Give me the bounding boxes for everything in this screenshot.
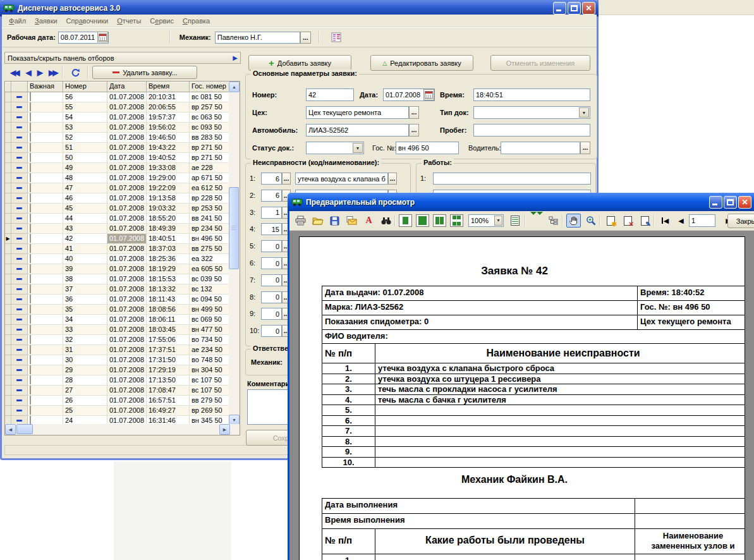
zoom-tool-button[interactable]	[583, 214, 598, 228]
collapse-row-icon[interactable]	[16, 359, 22, 361]
table-row[interactable]: 3901.07.200818:19:29еа 605 50	[5, 264, 230, 274]
cancel-changes-button[interactable]: Отменить изменения	[490, 55, 590, 71]
collapse-row-icon[interactable]	[16, 329, 22, 331]
close-preview-button[interactable]: Закрыть	[727, 214, 754, 228]
collapse-row-icon[interactable]	[16, 147, 22, 149]
collapse-row-icon[interactable]	[16, 288, 22, 290]
menu-item[interactable]: Файл	[4, 16, 30, 26]
collapse-row-icon[interactable]	[16, 268, 22, 270]
table-row[interactable]: 2801.07.200817:13:50вс 107 50	[5, 375, 230, 386]
important-checkbox[interactable]	[30, 406, 31, 415]
table-row[interactable]: ▶4201.07.200818:40:51вн 496 50	[5, 234, 230, 244]
prev-page-button[interactable]: ◀	[674, 214, 688, 228]
table-row[interactable]: 3101.07.200817:37:51ае 234 50	[5, 345, 230, 355]
scroll-right-button[interactable]: ▶	[219, 424, 230, 435]
mileage-input[interactable]	[473, 124, 590, 137]
status-combo[interactable]: ▼	[306, 142, 364, 154]
collapse-row-icon[interactable]	[16, 217, 22, 219]
zoom-select[interactable]: 100% ▼	[468, 214, 504, 227]
table-row[interactable]: 4801.07.200819:29:00ар 671 50	[5, 173, 230, 183]
scroll-left-button[interactable]: ◀	[5, 424, 16, 435]
table-row[interactable]: 3401.07.200818:06:11вс 069 50	[5, 315, 230, 325]
collapse-row-icon[interactable]	[16, 369, 22, 371]
table-row[interactable]: 3701.07.200818:13:32вс 132	[5, 284, 230, 295]
add-page-button[interactable]: ✱	[604, 214, 618, 228]
collapse-row-icon[interactable]	[16, 197, 22, 199]
collapse-row-icon[interactable]	[16, 399, 22, 401]
table-row[interactable]: 4701.07.200819:22:09еа 612 50	[5, 183, 230, 193]
collapse-row-icon[interactable]	[16, 167, 22, 169]
view-two-pages-button[interactable]	[432, 214, 447, 228]
important-checkbox[interactable]	[30, 355, 31, 364]
collapse-row-icon[interactable]	[16, 238, 22, 240]
collapse-row-icon[interactable]	[16, 157, 22, 159]
open-button[interactable]	[310, 214, 325, 228]
minimize-button[interactable]	[709, 196, 722, 209]
last-record-button[interactable]: ▶▶	[47, 68, 58, 77]
table-row[interactable]: 4601.07.200819:13:58вр 228 50	[5, 193, 230, 204]
fault-code-input[interactable]	[261, 308, 282, 320]
first-page-button[interactable]: ◀	[658, 214, 672, 228]
important-checkbox[interactable]	[30, 315, 31, 324]
dropdown-arrow-icon[interactable]: ▼	[494, 216, 502, 226]
collapse-row-icon[interactable]	[16, 126, 22, 128]
important-checkbox[interactable]	[30, 416, 31, 425]
work-input[interactable]	[433, 173, 591, 185]
close-button[interactable]: ✕	[738, 196, 751, 209]
filter-panel-toggle[interactable]: Показать/скрыть панель отборов ▶	[4, 52, 241, 64]
mechanic-input[interactable]	[215, 32, 300, 44]
important-checkbox[interactable]	[30, 365, 31, 374]
important-checkbox[interactable]	[30, 284, 31, 293]
close-button[interactable]: ✕	[582, 2, 595, 15]
table-row[interactable]: 2501.07.200816:49:27вр 269 50	[5, 406, 230, 416]
collapse-row-icon[interactable]	[16, 389, 22, 391]
important-checkbox[interactable]	[30, 295, 31, 303]
shop-input[interactable]	[306, 106, 409, 119]
important-checkbox[interactable]	[30, 193, 31, 202]
first-record-button[interactable]: ◀◀	[8, 68, 20, 77]
edit-page-button[interactable]: ✎	[638, 214, 652, 228]
important-checkbox[interactable]	[30, 386, 31, 394]
important-checkbox[interactable]	[30, 92, 31, 101]
view-multi-page-button[interactable]	[449, 214, 464, 228]
column-header[interactable]: Время	[147, 82, 190, 92]
delete-page-button[interactable]: ✕	[621, 214, 635, 228]
collapse-row-icon[interactable]	[16, 379, 22, 381]
table-row[interactable]: 3801.07.200818:15:53вс 039 50	[5, 274, 230, 284]
important-checkbox[interactable]	[30, 305, 31, 313]
collapse-row-icon[interactable]	[16, 410, 22, 411]
important-checkbox[interactable]	[30, 123, 31, 131]
menu-item[interactable]: Справочники	[62, 16, 113, 26]
mechanic-select-button[interactable]: ...	[300, 32, 311, 44]
print-button[interactable]	[293, 214, 308, 228]
delete-request-button[interactable]: Удалить заявку...	[92, 66, 197, 79]
collapse-row-icon[interactable]	[16, 248, 22, 250]
collapse-row-icon[interactable]	[16, 207, 22, 209]
collapse-row-icon[interactable]	[16, 319, 22, 320]
collapse-row-icon[interactable]	[16, 339, 22, 341]
view-whole-page-button[interactable]	[415, 214, 430, 228]
table-row[interactable]: 2901.07.200817:29:19вн 304 50	[5, 365, 230, 375]
important-checkbox[interactable]	[30, 244, 31, 253]
driver-input[interactable]	[501, 142, 580, 154]
export-pdf-button[interactable]: A	[362, 214, 376, 228]
table-row[interactable]: 5201.07.200819:46:50вв 283 50	[5, 133, 230, 143]
minimize-button[interactable]	[553, 2, 566, 15]
collapse-row-icon[interactable]	[16, 137, 22, 138]
important-checkbox[interactable]	[30, 274, 31, 283]
collapse-row-icon[interactable]	[16, 308, 22, 310]
collapse-row-icon[interactable]	[16, 278, 22, 280]
edit-request-button[interactable]: △ Редактировать заявку	[370, 55, 473, 71]
hand-tool-button[interactable]	[566, 214, 581, 228]
important-checkbox[interactable]	[30, 214, 31, 222]
important-checkbox[interactable]	[30, 325, 31, 334]
menu-item[interactable]: Справка	[178, 16, 214, 26]
fault-code-input[interactable]	[261, 173, 282, 185]
table-row[interactable]: 5601.07.200820:10:31вс 081 50	[5, 92, 230, 102]
fault-code-input[interactable]	[261, 274, 282, 286]
important-checkbox[interactable]	[30, 224, 31, 233]
column-header[interactable]	[11, 82, 28, 92]
table-row[interactable]: 4301.07.200818:49:39вр 234 50	[5, 224, 230, 234]
gos-input[interactable]	[396, 142, 459, 154]
export-email-button[interactable]	[344, 214, 359, 228]
